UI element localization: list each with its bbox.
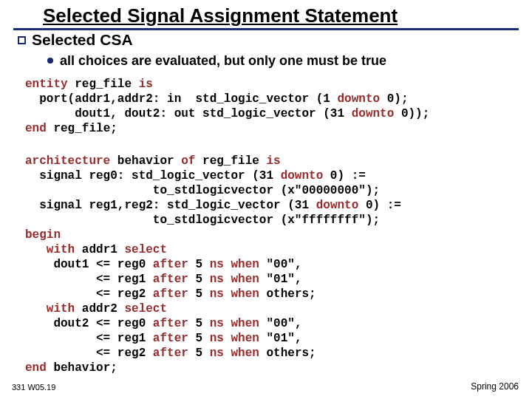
code-text xyxy=(25,302,47,316)
kw-after: after xyxy=(153,317,188,330)
kw-select: select xyxy=(124,243,167,256)
kw-architecture: architecture xyxy=(25,154,110,168)
dot-bullet-icon xyxy=(47,58,53,64)
kw-with: with xyxy=(47,243,75,256)
kw-when: when xyxy=(231,287,259,301)
kw-when: when xyxy=(231,347,259,360)
code-text: others; xyxy=(259,287,316,301)
kw-after: after xyxy=(153,258,188,271)
title-underline xyxy=(13,28,519,30)
kw-select: select xyxy=(124,302,167,316)
kw-ns: ns xyxy=(210,287,224,301)
code-text: dout2 <= reg0 xyxy=(25,317,153,330)
kw-downto: downto xyxy=(352,107,395,120)
bullet-level2: all choices are evaluated, but only one … xyxy=(47,53,386,69)
code-text: 0); xyxy=(380,92,408,106)
code-text: 5 xyxy=(188,273,210,286)
kw-of: of xyxy=(181,154,195,168)
code-block-entity: entity reg_file is port(addr1,addr2: in … xyxy=(25,77,429,136)
kw-when: when xyxy=(231,273,259,286)
code-text: 0) := xyxy=(323,169,366,183)
kw-with: with xyxy=(47,302,75,316)
code-text: to_stdlogicvector (x"00000000"); xyxy=(25,184,380,197)
kw-ns: ns xyxy=(210,332,224,345)
code-text: 0)); xyxy=(394,107,429,120)
kw-end: end xyxy=(25,122,47,135)
code-text: 0) := xyxy=(358,199,401,212)
code-text: <= reg1 xyxy=(25,332,153,345)
kw-after: after xyxy=(153,347,188,360)
kw-ns: ns xyxy=(210,273,224,286)
code-text: others; xyxy=(259,347,316,360)
code-text: dout1, dout2: out std_logic_vector (31 xyxy=(25,107,352,120)
kw-is: is xyxy=(139,78,153,91)
code-text: addr2 xyxy=(75,302,124,316)
code-text: dout1 <= reg0 xyxy=(25,258,153,271)
code-text: "01", xyxy=(259,273,302,286)
slide-title: Selected Signal Assignment Statement xyxy=(43,4,398,27)
footer-left: 331 W05.19 xyxy=(12,383,55,392)
bullet2-text: all choices are evaluated, but only one … xyxy=(60,53,386,68)
code-text: 5 xyxy=(188,317,210,330)
code-text: <= reg2 xyxy=(25,287,153,301)
bullet-level1: Selected CSA xyxy=(18,31,133,49)
code-text: 5 xyxy=(188,287,210,301)
code-text xyxy=(25,243,47,256)
kw-when: when xyxy=(231,332,259,345)
kw-downto: downto xyxy=(281,169,324,183)
code-text: to_stdlogicvector (x"ffffffff"); xyxy=(25,214,380,227)
code-text: reg_file; xyxy=(47,122,117,135)
code-text: signal reg1,reg2: std_logic_vector (31 xyxy=(25,199,316,212)
kw-downto: downto xyxy=(316,199,359,212)
code-block-architecture: architecture behavior of reg_file is sig… xyxy=(25,154,401,375)
kw-after: after xyxy=(153,287,188,301)
code-text: signal reg0: std_logic_vector (31 xyxy=(25,169,281,183)
code-text: 5 xyxy=(188,347,210,360)
slide: Selected Signal Assignment Statement Sel… xyxy=(0,0,532,399)
kw-when: when xyxy=(231,317,259,330)
code-text: 5 xyxy=(188,332,210,345)
code-text: 5 xyxy=(188,258,210,271)
code-text: reg_file xyxy=(195,154,266,168)
kw-ns: ns xyxy=(210,258,224,271)
kw-begin: begin xyxy=(25,228,61,242)
kw-ns: ns xyxy=(210,317,224,330)
bullet1-text: Selected CSA xyxy=(32,31,133,48)
code-text: port(addr1,addr2: in std_logic_vector (1 xyxy=(25,92,337,106)
square-bullet-icon xyxy=(18,36,26,44)
kw-is: is xyxy=(266,154,280,168)
code-text: <= reg2 xyxy=(25,347,153,360)
code-text: addr1 xyxy=(75,243,124,256)
kw-when: when xyxy=(231,258,259,271)
kw-after: after xyxy=(153,273,188,286)
kw-end: end xyxy=(25,361,47,375)
code-text: "00", xyxy=(259,317,302,330)
code-text: reg_file xyxy=(68,78,139,91)
code-text: <= reg1 xyxy=(25,273,153,286)
footer-right: Spring 2006 xyxy=(471,381,519,392)
code-text: behavior; xyxy=(47,361,117,375)
code-text: behavior xyxy=(110,154,181,168)
kw-entity: entity xyxy=(25,78,68,91)
code-text: "01", xyxy=(259,332,302,345)
kw-ns: ns xyxy=(210,347,224,360)
code-text: "00", xyxy=(259,258,302,271)
kw-after: after xyxy=(153,332,188,345)
kw-downto: downto xyxy=(337,92,380,106)
